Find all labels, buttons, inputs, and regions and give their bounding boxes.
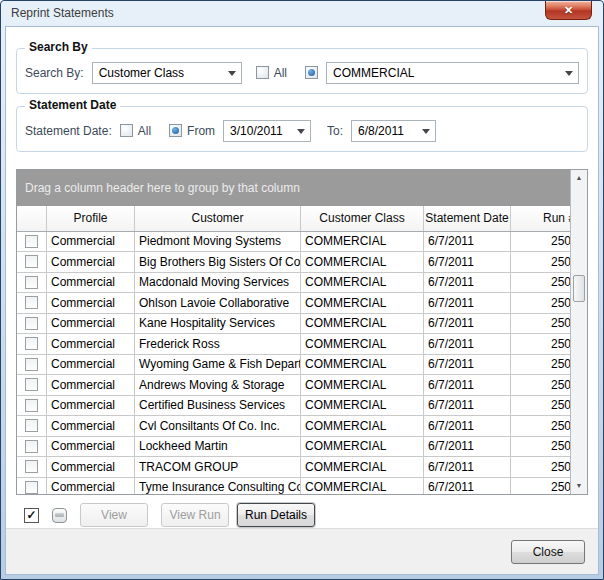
row-checkbox[interactable] — [25, 419, 38, 432]
checkbox-cell — [17, 396, 47, 416]
cell-profile: Commercial — [47, 416, 135, 436]
row-checkbox[interactable] — [25, 255, 38, 268]
cell-customer: Certified Business Services — [135, 396, 301, 416]
column-header-customer[interactable]: Customer — [135, 206, 301, 231]
cell-statement-date: 6/7/2011 — [424, 396, 511, 416]
cell-customer-class: COMMERCIAL — [301, 396, 424, 416]
table-row[interactable]: CommercialPiedmont Moving SystemsCOMMERC… — [17, 232, 570, 253]
cell-run-number: 250 — [511, 314, 570, 334]
row-checkbox[interactable] — [25, 235, 38, 248]
close-icon[interactable]: ✕ — [545, 1, 592, 20]
table-row[interactable]: CommercialKane Hospitality ServicesCOMME… — [17, 314, 570, 335]
column-header-select[interactable] — [17, 206, 47, 231]
vertical-scrollbar[interactable]: ▲ ▼ — [570, 170, 587, 495]
cell-statement-date: 6/7/2011 — [424, 478, 511, 495]
cell-run-number: 250 — [511, 375, 570, 395]
table-row[interactable]: CommercialCvl Consiltants Of Co. Inc.COM… — [17, 416, 570, 437]
cell-profile: Commercial — [47, 478, 135, 495]
checkbox-cell — [17, 334, 47, 354]
uncheck-all-icon[interactable] — [52, 508, 67, 523]
check-all-icon[interactable]: ✓ — [24, 508, 39, 523]
statements-grid: Drag a column header here to group by th… — [16, 169, 588, 496]
cell-customer: Macdonald Moving Services — [135, 273, 301, 293]
search-all-radio[interactable] — [256, 66, 269, 79]
reprint-statements-dialog: Reprint Statements ✕ Search By Search By… — [0, 0, 604, 580]
statement-date-label: Statement Date: — [25, 124, 112, 138]
cell-run-number: 250 — [511, 437, 570, 457]
cell-statement-date: 6/7/2011 — [424, 314, 511, 334]
table-row[interactable]: CommercialWyoming Game & Fish DepartrCOM… — [17, 355, 570, 376]
row-checkbox[interactable] — [25, 460, 38, 473]
checkbox-cell — [17, 293, 47, 313]
cell-profile: Commercial — [47, 232, 135, 252]
date-to-value: 6/8/2011 — [358, 124, 404, 138]
search-value-radio[interactable] — [305, 66, 318, 79]
row-checkbox[interactable] — [25, 317, 38, 330]
table-row[interactable]: CommercialTyme Insurance Consulting CoCO… — [17, 478, 570, 495]
cell-profile: Commercial — [47, 375, 135, 395]
checkbox-cell — [17, 416, 47, 436]
cell-statement-date: 6/7/2011 — [424, 334, 511, 354]
row-checkbox[interactable] — [25, 296, 38, 309]
cell-profile: Commercial — [47, 396, 135, 416]
cell-statement-date: 6/7/2011 — [424, 375, 511, 395]
table-row[interactable]: CommercialBig Brothers Big Sisters Of Co… — [17, 252, 570, 273]
table-row[interactable]: CommercialCertified Business ServicesCOM… — [17, 396, 570, 417]
row-checkbox[interactable] — [25, 399, 38, 412]
group-by-band: Drag a column header here to group by th… — [17, 170, 570, 206]
cell-statement-date: 6/7/2011 — [424, 437, 511, 457]
scroll-up-icon[interactable]: ▲ — [571, 170, 587, 186]
table-row[interactable]: CommercialLockheed MartinCOMMERCIAL6/7/2… — [17, 437, 570, 458]
row-checkbox[interactable] — [25, 358, 38, 371]
row-checkbox[interactable] — [25, 481, 38, 494]
date-from-radio[interactable] — [169, 124, 182, 137]
cell-statement-date: 6/7/2011 — [424, 416, 511, 436]
search-value-text: COMMERCIAL — [333, 66, 414, 80]
date-from-dropdown[interactable]: 3/10/2011 — [223, 120, 311, 142]
checkbox-cell — [17, 457, 47, 477]
cell-profile: Commercial — [47, 457, 135, 477]
table-row[interactable]: CommercialMacdonald Moving ServicesCOMME… — [17, 273, 570, 294]
date-to-dropdown[interactable]: 6/8/2011 — [351, 120, 436, 142]
checkbox-cell — [17, 437, 47, 457]
cell-profile: Commercial — [47, 437, 135, 457]
table-row[interactable]: CommercialAndrews Moving & StorageCOMMER… — [17, 375, 570, 396]
column-header-customer-class[interactable]: Customer Class — [301, 206, 424, 231]
date-all-radio[interactable] — [120, 124, 133, 137]
table-row[interactable]: CommercialOhlson Lavoie CollaborativeCOM… — [17, 293, 570, 314]
search-value-dropdown[interactable]: COMMERCIAL — [326, 62, 579, 84]
cell-customer: Frederick Ross — [135, 334, 301, 354]
row-checkbox[interactable] — [25, 337, 38, 350]
search-by-label: Search By: — [25, 66, 84, 80]
column-header-statement-date[interactable]: Statement Date — [424, 206, 511, 231]
search-type-dropdown[interactable]: Customer Class — [92, 62, 242, 84]
view-button[interactable]: View — [80, 503, 148, 527]
view-run-button[interactable]: View Run — [161, 503, 229, 527]
cell-statement-date: 6/7/2011 — [424, 232, 511, 252]
table-row[interactable]: CommercialTRACOM GROUPCOMMERCIAL6/7/2011… — [17, 457, 570, 478]
cell-statement-date: 6/7/2011 — [424, 293, 511, 313]
cell-run-number: 250 — [511, 232, 570, 252]
checkbox-cell — [17, 355, 47, 375]
row-checkbox[interactable] — [25, 276, 38, 289]
row-checkbox[interactable] — [25, 440, 38, 453]
cell-run-number: 250 — [511, 478, 570, 495]
scrollbar-thumb[interactable] — [573, 275, 585, 302]
cell-customer: Kane Hospitality Services — [135, 314, 301, 334]
scroll-down-icon[interactable]: ▼ — [571, 478, 587, 494]
cell-profile: Commercial — [47, 355, 135, 375]
close-button[interactable]: Close — [511, 540, 585, 564]
column-header-profile[interactable]: Profile — [47, 206, 135, 231]
cell-profile: Commercial — [47, 293, 135, 313]
table-row[interactable]: CommercialFrederick RossCOMMERCIAL6/7/20… — [17, 334, 570, 355]
cell-profile: Commercial — [47, 252, 135, 272]
grid-rows: CommercialPiedmont Moving SystemsCOMMERC… — [17, 232, 570, 495]
cell-statement-date: 6/7/2011 — [424, 273, 511, 293]
cell-customer-class: COMMERCIAL — [301, 314, 424, 334]
run-details-button[interactable]: Run Details — [237, 503, 315, 527]
row-checkbox[interactable] — [25, 378, 38, 391]
search-all-label: All — [274, 66, 287, 80]
column-header-run-[interactable]: Run # — [511, 206, 570, 231]
cell-customer: Ohlson Lavoie Collaborative — [135, 293, 301, 313]
cell-customer-class: COMMERCIAL — [301, 437, 424, 457]
